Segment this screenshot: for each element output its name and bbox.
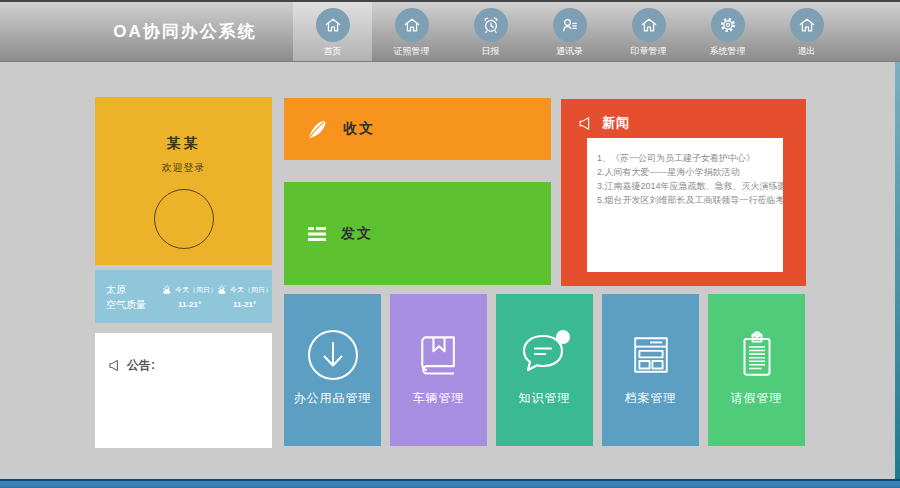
weather-card: 太原 空气质量 今天（周日） 11-21° 今天（周日） 11-21° bbox=[95, 270, 272, 323]
home-icon bbox=[632, 8, 666, 42]
right-accent-strip bbox=[895, 62, 900, 479]
clock-icon bbox=[474, 8, 508, 42]
app-title: OA协同办公系统 bbox=[85, 2, 285, 61]
sun-cloud-icon bbox=[217, 284, 228, 295]
news-title: 新闻 bbox=[602, 114, 630, 132]
nav-label: 系统管理 bbox=[710, 45, 746, 58]
nav-label: 首页 bbox=[324, 45, 342, 58]
forecast-temp: 11-21° bbox=[162, 300, 217, 309]
arrow-down-circle-icon bbox=[284, 326, 381, 384]
contacts-icon bbox=[553, 8, 587, 42]
notice-card: 公告: bbox=[95, 333, 272, 448]
module-label: 办公用品管理 bbox=[284, 390, 381, 407]
clipboard-icon bbox=[708, 326, 805, 384]
outbox-label: 发文 bbox=[341, 225, 373, 243]
home-icon bbox=[316, 8, 350, 42]
city-name: 太原 bbox=[106, 282, 162, 297]
forecast-today-2: 今天（周日） 11-21° bbox=[217, 284, 272, 309]
outbox-card[interactable]: 发文 bbox=[284, 182, 551, 285]
feather-icon bbox=[305, 116, 331, 142]
gear-icon bbox=[711, 8, 745, 42]
list-icon bbox=[305, 222, 329, 246]
inbox-label: 收文 bbox=[343, 120, 375, 138]
nav-item-certificates[interactable]: 证照管理 bbox=[372, 2, 451, 61]
top-nav: 首页 证照管理 日报 通讯录 bbox=[293, 2, 846, 61]
archive-window-icon bbox=[602, 326, 699, 384]
news-card: 新闻 1、《苏一公司为员工建子女看护中心》 2.人间有大爱——星海小学捐款活动 … bbox=[561, 99, 806, 286]
forecast-day-label: 今天（周日） bbox=[230, 285, 272, 295]
nav-label: 通讯录 bbox=[556, 45, 583, 58]
user-name: 某某 bbox=[95, 97, 272, 153]
nav-item-daily-report[interactable]: 日报 bbox=[451, 2, 530, 61]
sun-cloud-icon bbox=[162, 284, 173, 295]
megaphone-icon bbox=[108, 358, 123, 373]
nav-label: 退出 bbox=[798, 45, 816, 58]
module-label: 请假管理 bbox=[708, 390, 805, 407]
home-icon bbox=[395, 8, 429, 42]
inbox-card[interactable]: 收文 bbox=[284, 98, 551, 160]
air-quality-label: 空气质量 bbox=[106, 297, 162, 312]
nav-item-seal[interactable]: 印章管理 bbox=[609, 2, 688, 61]
megaphone-icon bbox=[578, 115, 595, 132]
module-knowledge[interactable]: 知识管理 bbox=[496, 294, 593, 446]
nav-label: 印章管理 bbox=[631, 45, 667, 58]
module-vehicles[interactable]: 车辆管理 bbox=[390, 294, 487, 446]
news-panel: 1、《苏一公司为员工建子女看护中心》 2.人间有大爱——星海小学捐款活动 3.江… bbox=[587, 138, 783, 272]
module-leave[interactable]: 请假管理 bbox=[708, 294, 805, 446]
forecast-temp: 11-21° bbox=[217, 300, 272, 309]
nav-label: 日报 bbox=[482, 45, 500, 58]
module-label: 知识管理 bbox=[496, 390, 593, 407]
module-label: 车辆管理 bbox=[390, 390, 487, 407]
news-item[interactable]: 3.江南嘉捷2014年应急疏散、急救、灭火演练圆满落幕 bbox=[597, 179, 777, 193]
module-label: 档案管理 bbox=[602, 390, 699, 407]
nav-item-logout[interactable]: 退出 bbox=[767, 2, 846, 61]
nav-item-home[interactable]: 首页 bbox=[293, 2, 372, 61]
nav-item-system[interactable]: 系统管理 bbox=[688, 2, 767, 61]
weather-city-block: 太原 空气质量 bbox=[95, 282, 162, 312]
notice-title: 公告: bbox=[127, 357, 155, 374]
header-bar: OA协同办公系统 首页 证照管理 日报 bbox=[0, 0, 900, 62]
news-item[interactable]: 1、《苏一公司为员工建子女看护中心》 bbox=[597, 151, 777, 165]
nav-item-contacts[interactable]: 通讯录 bbox=[530, 2, 609, 61]
forecast-today: 今天（周日） 11-21° bbox=[162, 284, 217, 309]
news-item[interactable]: 2.人间有大爱——星海小学捐款活动 bbox=[597, 165, 777, 179]
welcome-text: 欢迎登录 bbox=[95, 161, 272, 175]
news-item[interactable]: 5.烟台开发区刘维部长及工商联领导一行莅临考察指导 bbox=[597, 193, 777, 207]
oa-dashboard-page: OA协同办公系统 首页 证照管理 日报 bbox=[0, 0, 900, 488]
module-office-supplies[interactable]: 办公用品管理 bbox=[284, 294, 381, 446]
profile-card: 某某 欢迎登录 bbox=[95, 97, 272, 265]
book-icon bbox=[390, 326, 487, 384]
home-icon bbox=[790, 8, 824, 42]
chat-bubble-icon bbox=[496, 326, 593, 384]
avatar bbox=[154, 189, 214, 249]
module-archives[interactable]: 档案管理 bbox=[602, 294, 699, 446]
nav-label: 证照管理 bbox=[394, 45, 430, 58]
forecast-day-label: 今天（周日） bbox=[175, 285, 217, 295]
bottom-accent-bar bbox=[0, 479, 900, 488]
